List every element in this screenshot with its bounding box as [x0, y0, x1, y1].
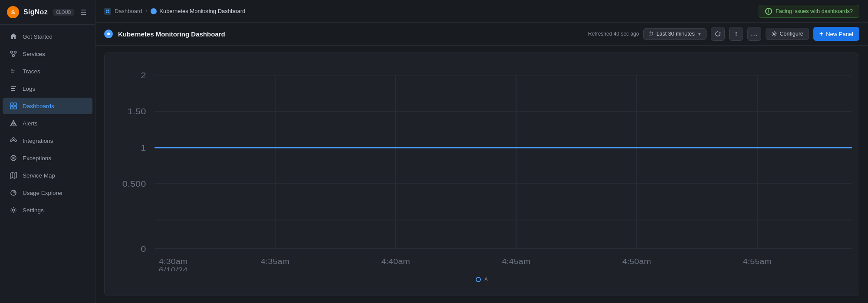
sidebar-item-label: Services [23, 51, 45, 57]
svg-point-28 [107, 33, 110, 35]
svg-point-1 [14, 51, 16, 53]
svg-point-29 [735, 32, 736, 33]
expand-button[interactable] [729, 27, 743, 41]
dashboard-title: Kubernetes Monitoring Dashboard [118, 30, 225, 38]
sidebar-item-label: Settings [23, 207, 44, 214]
integrations-icon [10, 137, 17, 145]
breadcrumb-current: Kubernetes Monitoring Dashboard [151, 8, 245, 14]
time-range-label: Last 30 minutes [656, 31, 694, 37]
svg-text:6/10/24: 6/10/24 [159, 266, 187, 271]
svg-text:2: 2 [141, 70, 146, 79]
refresh-button[interactable] [711, 27, 725, 41]
configure-label: Configure [780, 31, 803, 37]
svg-marker-19 [10, 172, 16, 178]
time-range-selector[interactable]: ⏱ Last 30 minutes ▼ [643, 28, 706, 40]
settings-icon [10, 206, 17, 214]
more-options-button[interactable]: … [747, 27, 761, 41]
sidebar-item-alerts[interactable]: Alerts [3, 115, 92, 132]
breadcrumb-separator: / [146, 8, 148, 14]
sidebar-item-integrations[interactable]: Integrations [3, 132, 92, 149]
svg-text:4:45am: 4:45am [502, 257, 530, 266]
svg-text:1.50: 1.50 [128, 107, 146, 116]
svg-text:4:50am: 4:50am [622, 257, 651, 266]
sidebar-item-settings[interactable]: Settings [3, 202, 92, 218]
breadcrumb-current-label: Kubernetes Monitoring Dashboard [159, 8, 245, 14]
svg-rect-5 [11, 90, 15, 91]
sidebar-item-label: Alerts [23, 120, 38, 127]
chart-area: 2 1.50 1 0.500 0 4:30am 6/10/24 4:35am 4… [95, 46, 868, 303]
topbar-right: i Facing issues with dashboards? [759, 5, 859, 18]
exceptions-icon [10, 154, 17, 162]
sidebar-item-service-map[interactable]: Service Map [3, 167, 92, 184]
sidebar-item-dashboards[interactable]: Dashboards [3, 98, 92, 114]
logo-area: S SigNoz CLOUD ☰ [0, 0, 95, 25]
svg-rect-7 [14, 103, 16, 105]
svg-rect-24 [106, 10, 108, 11]
svg-text:4:30am: 4:30am [159, 257, 187, 266]
chart-svg: 2 1.50 1 0.500 0 4:30am 6/10/24 4:35am 4… [112, 60, 852, 271]
svg-rect-4 [11, 88, 15, 89]
breadcrumb: Dashboard / Kubernetes Monitoring Dashbo… [104, 8, 245, 15]
sidebar-item-services[interactable]: Services [3, 46, 92, 62]
new-panel-button[interactable]: + New Panel [813, 27, 859, 41]
sidebar-item-label: Usage Explorer [23, 190, 63, 196]
alert-text: Facing issues with dashboards? [776, 8, 853, 14]
svg-point-12 [15, 140, 16, 142]
dashboard-header: Kubernetes Monitoring Dashboard Refreshe… [95, 23, 868, 46]
logo-icon: S [7, 6, 19, 18]
logs-icon [10, 85, 17, 92]
svg-point-32 [773, 33, 775, 35]
legend-dot [476, 277, 481, 282]
svg-rect-26 [106, 11, 108, 13]
svg-point-23 [13, 209, 15, 211]
svg-point-13 [13, 138, 14, 139]
usage-icon [10, 189, 17, 197]
svg-rect-6 [10, 103, 13, 105]
map-icon [10, 171, 17, 179]
svg-text:4:40am: 4:40am [381, 257, 410, 266]
new-panel-label: New Panel [826, 31, 853, 37]
svg-rect-8 [10, 106, 13, 109]
info-icon: i [765, 8, 772, 15]
logo-badge: CLOUD [53, 9, 74, 16]
sidebar-item-label: Traces [23, 68, 40, 75]
topbar: Dashboard / Kubernetes Monitoring Dashbo… [95, 0, 868, 23]
dashboard-breadcrumb-icon [104, 8, 111, 15]
sidebar-item-label: Integrations [23, 138, 53, 144]
sidebar-item-usage-explorer[interactable]: Usage Explorer [3, 184, 92, 201]
dashboard-title-icon [104, 30, 113, 38]
alert-banner[interactable]: i Facing issues with dashboards? [759, 5, 859, 18]
home-icon [10, 33, 17, 40]
refresh-info: Refreshed 40 sec ago [588, 31, 639, 37]
traces-icon [10, 67, 17, 75]
sidebar-collapse-button[interactable]: ☰ [79, 7, 88, 18]
svg-rect-25 [108, 10, 110, 11]
sidebar-nav: Get Started Services Traces [0, 25, 95, 303]
svg-text:1: 1 [141, 143, 146, 152]
sidebar-item-traces[interactable]: Traces [3, 63, 92, 79]
svg-rect-27 [108, 11, 110, 13]
breadcrumb-dot-icon [151, 8, 157, 14]
sidebar-item-label: Logs [23, 86, 35, 92]
svg-rect-9 [14, 106, 16, 109]
svg-text:0.500: 0.500 [122, 179, 146, 188]
sidebar-item-get-started[interactable]: Get Started [3, 28, 92, 45]
svg-point-10 [13, 124, 13, 125]
sidebar-item-exceptions[interactable]: Exceptions [3, 150, 92, 166]
svg-text:0: 0 [141, 244, 146, 253]
svg-point-2 [13, 55, 15, 57]
svg-text:4:35am: 4:35am [261, 257, 289, 266]
breadcrumb-parent[interactable]: Dashboard [115, 8, 142, 14]
alerts-icon [10, 119, 17, 127]
chart-legend: A [112, 277, 852, 283]
svg-text:4:55am: 4:55am [743, 257, 772, 266]
main-content: Dashboard / Kubernetes Monitoring Dashbo… [95, 0, 868, 303]
svg-point-11 [10, 140, 12, 142]
svg-rect-3 [11, 86, 16, 87]
dashboards-icon [10, 102, 17, 110]
configure-button[interactable]: Configure [766, 28, 809, 40]
chart-container: 2 1.50 1 0.500 0 4:30am 6/10/24 4:35am 4… [104, 53, 859, 296]
services-icon [10, 50, 17, 58]
svg-point-0 [11, 51, 13, 53]
sidebar-item-logs[interactable]: Logs [3, 80, 92, 97]
